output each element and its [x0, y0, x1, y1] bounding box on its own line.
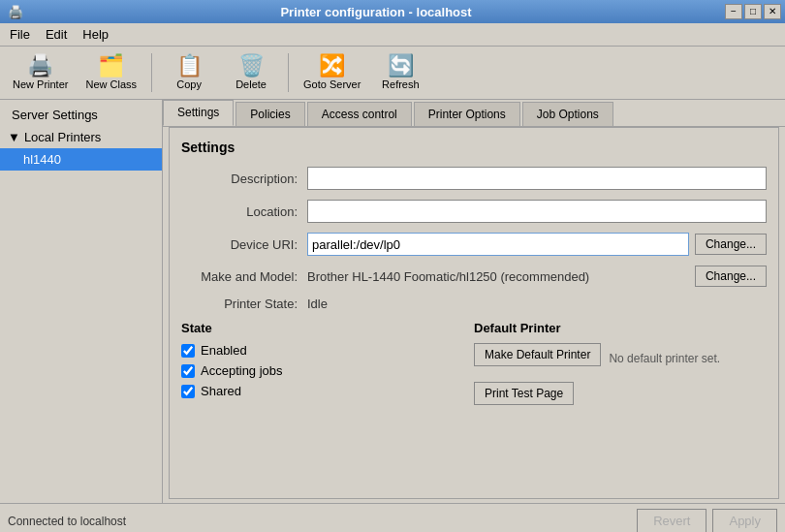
refresh-icon: 🔄 — [388, 55, 414, 77]
local-printers-label: Local Printers — [24, 130, 101, 144]
bottom-buttons: Revert Apply — [637, 509, 777, 532]
printer-state-value: Idle — [307, 297, 767, 311]
main-layout: Server Settings ▼ Local Printers hl1440 … — [0, 100, 785, 503]
description-label: Description: — [181, 172, 307, 186]
location-row: Location: — [181, 200, 767, 223]
shared-label: Shared — [201, 384, 241, 398]
delete-icon: 🗑️ — [238, 55, 265, 77]
tabs: Settings Policies Access control Printer… — [163, 100, 785, 127]
goto-server-icon: 🔀 — [319, 55, 345, 77]
make-model-label: Make and Model: — [181, 269, 307, 284]
tab-job-options[interactable]: Job Options — [522, 102, 613, 126]
device-uri-input[interactable] — [307, 233, 689, 256]
content-area: Settings Policies Access control Printer… — [163, 100, 785, 503]
menu-bar: File Edit Help — [0, 23, 785, 47]
enabled-row: Enabled — [181, 343, 474, 358]
device-uri-label: Device URI: — [181, 237, 307, 252]
tab-policies[interactable]: Policies — [236, 102, 304, 126]
enabled-checkbox[interactable] — [181, 344, 195, 358]
tab-printer-options[interactable]: Printer Options — [414, 102, 520, 126]
shared-row: Shared — [181, 384, 474, 398]
new-printer-icon: 🖨️ — [27, 55, 53, 77]
toolbar-separator-2 — [288, 53, 289, 92]
settings-section-title: Settings — [181, 140, 767, 155]
make-model-value: Brother HL-1440 Foomatic/hl1250 (recomme… — [307, 269, 689, 284]
revert-button[interactable]: Revert — [637, 509, 706, 532]
maximize-button[interactable]: □ — [744, 4, 762, 19]
sidebar: Server Settings ▼ Local Printers hl1440 — [0, 100, 163, 503]
printer-state-row: Printer State: Idle — [181, 297, 767, 311]
state-section-title: State — [181, 321, 474, 335]
delete-label: Delete — [236, 78, 267, 90]
copy-button[interactable]: 📋 Copy — [160, 50, 218, 95]
make-default-button[interactable]: Make Default Printer — [474, 343, 601, 366]
new-class-button[interactable]: 🗂️ New Class — [78, 50, 143, 95]
accepting-jobs-checkbox[interactable] — [181, 364, 195, 378]
menu-help[interactable]: Help — [77, 25, 114, 44]
sidebar-item-hl1440[interactable]: hl1440 — [0, 148, 162, 171]
close-button[interactable]: ✕ — [764, 4, 781, 19]
toolbar: 🖨️ New Printer 🗂️ New Class 📋 Copy 🗑️ De… — [0, 47, 785, 100]
goto-server-button[interactable]: 🔀 Goto Server — [297, 50, 367, 95]
menu-edit[interactable]: Edit — [40, 25, 73, 44]
title-bar: 🖨️ Printer configuration - localhost − □… — [0, 0, 785, 23]
copy-label: Copy — [176, 78, 202, 90]
status-text: Connected to localhost — [8, 515, 126, 528]
description-row: Description: — [181, 167, 767, 190]
settings-tab-content: Settings Description: Location: Device U… — [169, 127, 779, 499]
delete-button[interactable]: 🗑️ Delete — [222, 50, 280, 95]
window-controls: − □ ✕ — [725, 4, 785, 19]
default-printer-column: Default Printer Make Default Printer No … — [474, 321, 767, 413]
state-default-section: State Enabled Accepting jobs Shared — [181, 321, 767, 413]
app-icon: 🖨️ — [4, 5, 27, 19]
make-default-row: Make Default Printer No default printer … — [474, 343, 767, 374]
apply-button[interactable]: Apply — [712, 509, 777, 532]
tab-access-control[interactable]: Access control — [307, 102, 412, 126]
new-class-label: New Class — [85, 78, 137, 90]
no-default-text: No default printer set. — [609, 352, 720, 365]
minimize-button[interactable]: − — [725, 4, 742, 19]
device-uri-change-button[interactable]: Change... — [695, 234, 767, 255]
accepting-jobs-row: Accepting jobs — [181, 363, 474, 378]
goto-server-label: Goto Server — [303, 78, 361, 90]
accepting-jobs-label: Accepting jobs — [201, 363, 283, 378]
location-input[interactable] — [307, 200, 767, 223]
new-class-icon: 🗂️ — [98, 55, 124, 77]
description-input[interactable] — [307, 167, 767, 190]
copy-icon: 📋 — [176, 55, 203, 77]
enabled-label: Enabled — [201, 343, 247, 358]
make-model-row: Make and Model: Brother HL-1440 Foomatic… — [181, 266, 767, 287]
expand-icon: ▼ — [8, 130, 20, 144]
toolbar-separator-1 — [151, 53, 152, 92]
state-column: State Enabled Accepting jobs Shared — [181, 321, 474, 413]
tab-settings[interactable]: Settings — [163, 100, 234, 126]
location-label: Location: — [181, 204, 307, 219]
device-uri-row: Device URI: Change... — [181, 233, 767, 256]
print-test-page-button[interactable]: Print Test Page — [474, 382, 574, 405]
shared-checkbox[interactable] — [181, 385, 195, 398]
default-printer-title: Default Printer — [474, 321, 767, 335]
new-printer-button[interactable]: 🖨️ New Printer — [6, 50, 75, 95]
sidebar-server-settings[interactable]: Server Settings — [0, 104, 162, 126]
refresh-label: Refresh — [382, 78, 420, 90]
new-printer-label: New Printer — [13, 78, 68, 90]
menu-file[interactable]: File — [4, 25, 36, 44]
status-bar: Connected to localhost Revert Apply — [0, 503, 785, 532]
printer-state-label: Printer State: — [181, 297, 307, 311]
refresh-button[interactable]: 🔄 Refresh — [371, 50, 429, 95]
sidebar-local-printers[interactable]: ▼ Local Printers — [0, 126, 162, 148]
window-title: Printer configuration - localhost — [27, 5, 725, 19]
make-model-change-button[interactable]: Change... — [695, 266, 767, 287]
